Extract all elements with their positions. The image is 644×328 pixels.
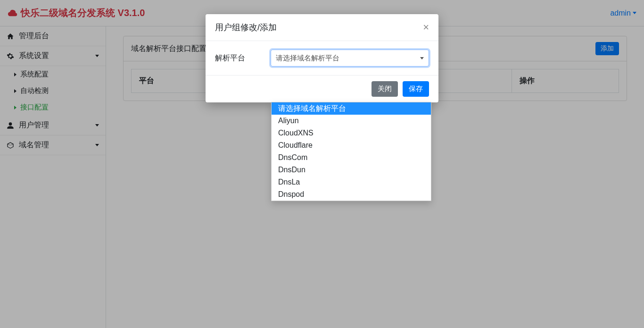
platform-option[interactable]: CloudXNS: [272, 127, 431, 139]
platform-option[interactable]: Aliyun: [272, 115, 431, 127]
platform-option[interactable]: 请选择域名解析平台: [272, 102, 431, 115]
modal-title: 用户组修改/添加: [215, 22, 277, 33]
platform-option[interactable]: DnsCom: [272, 151, 431, 164]
platform-select-dropdown: 请选择域名解析平台 Aliyun CloudXNS Cloudflare Dns…: [271, 102, 431, 201]
platform-field-label: 解析平台: [215, 53, 271, 63]
platform-select-value: 请选择域名解析平台: [276, 54, 339, 63]
platform-option[interactable]: Dnspod: [272, 188, 431, 201]
close-icon[interactable]: ×: [423, 22, 429, 33]
modal-footer: 关闭 保存: [206, 75, 438, 102]
modal-header: 用户组修改/添加 ×: [206, 14, 438, 41]
platform-option[interactable]: DnsDun: [272, 164, 431, 176]
save-button[interactable]: 保存: [403, 81, 429, 97]
platform-field-row: 解析平台 请选择域名解析平台: [215, 50, 429, 67]
platform-select[interactable]: 请选择域名解析平台: [271, 50, 429, 67]
caret-down-icon: [420, 57, 424, 59]
platform-option[interactable]: Cloudflare: [272, 139, 431, 151]
close-button[interactable]: 关闭: [372, 81, 398, 97]
edit-group-modal: 用户组修改/添加 × 解析平台 请选择域名解析平台 关闭 保存: [206, 14, 438, 102]
modal-body: 解析平台 请选择域名解析平台: [206, 41, 438, 75]
platform-option[interactable]: DnsLa: [272, 176, 431, 188]
